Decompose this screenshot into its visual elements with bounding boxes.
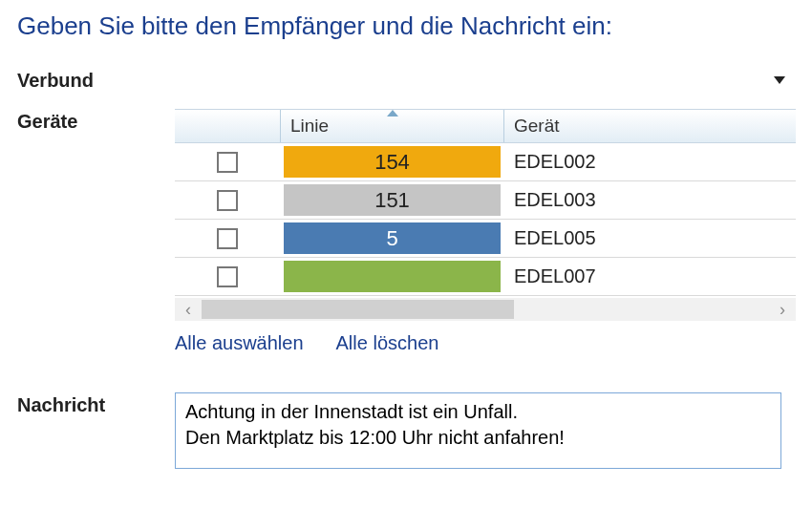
- linie-chip: 151: [284, 184, 501, 216]
- linie-chip: 154: [284, 146, 501, 178]
- row-checkbox[interactable]: [217, 266, 238, 287]
- page-title: Geben Sie bitte den Empfänger und die Na…: [17, 11, 795, 41]
- row-linie-cell: [280, 258, 504, 295]
- geraete-label: Geräte: [17, 109, 175, 133]
- verbund-row: Verbund: [17, 68, 795, 92]
- scroll-left-icon[interactable]: ‹: [175, 300, 202, 320]
- row-geraet-cell: EDEL003: [504, 189, 791, 211]
- row-geraet-cell: EDEL007: [504, 265, 791, 287]
- row-linie-cell: 151: [280, 181, 504, 219]
- message-textarea[interactable]: [175, 392, 781, 469]
- row-checkbox[interactable]: [217, 228, 238, 249]
- nachricht-label: Nachricht: [17, 392, 175, 416]
- table-row[interactable]: 154EDEL002: [175, 143, 796, 181]
- row-checkbox-cell: [175, 152, 280, 173]
- row-checkbox-cell: [175, 228, 280, 249]
- horizontal-scrollbar[interactable]: ‹ ›: [175, 298, 796, 321]
- sort-asc-icon: [387, 110, 398, 116]
- row-geraet-cell: EDEL002: [504, 151, 791, 173]
- verbund-dropdown-caret[interactable]: [774, 76, 785, 84]
- nachricht-row: Nachricht: [17, 392, 795, 474]
- row-geraet-cell: EDEL005: [504, 227, 791, 249]
- verbund-label: Verbund: [17, 68, 175, 92]
- scroll-right-icon[interactable]: ›: [769, 300, 796, 320]
- geraete-row: Geräte Linie Gerät 154EDEL002151EDEL0035…: [17, 109, 795, 354]
- selection-links: Alle auswählen Alle löschen: [175, 332, 796, 354]
- row-checkbox-cell: [175, 190, 280, 211]
- header-geraet[interactable]: Gerät: [504, 110, 791, 142]
- row-linie-cell: 154: [280, 143, 504, 180]
- table-header: Linie Gerät: [175, 109, 796, 143]
- header-linie[interactable]: Linie: [280, 110, 504, 142]
- table-row[interactable]: EDEL007: [175, 258, 796, 296]
- header-geraet-label: Gerät: [514, 116, 560, 137]
- select-all-link[interactable]: Alle auswählen: [175, 332, 304, 354]
- header-linie-label: Linie: [290, 116, 329, 137]
- header-checkbox-col: [175, 110, 280, 142]
- row-checkbox[interactable]: [217, 190, 238, 211]
- linie-chip: 5: [284, 222, 501, 254]
- table-row[interactable]: 151EDEL003: [175, 181, 796, 220]
- scroll-track[interactable]: [202, 298, 769, 321]
- scroll-thumb[interactable]: [202, 300, 514, 319]
- table-row[interactable]: 5EDEL005: [175, 220, 796, 258]
- linie-chip: [284, 261, 501, 292]
- clear-all-link[interactable]: Alle löschen: [336, 332, 439, 354]
- row-linie-cell: 5: [280, 220, 504, 257]
- device-table: Linie Gerät 154EDEL002151EDEL0035EDEL005…: [175, 109, 796, 321]
- row-checkbox[interactable]: [217, 152, 238, 173]
- row-checkbox-cell: [175, 266, 280, 287]
